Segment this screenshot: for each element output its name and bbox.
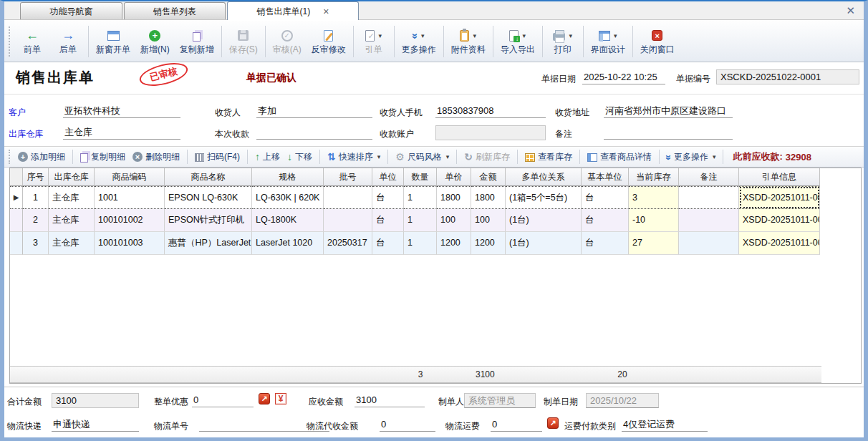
- grid-cell[interactable]: 1: [404, 186, 437, 209]
- grid-cell[interactable]: 2: [23, 209, 49, 232]
- grid-cell[interactable]: 100: [471, 209, 506, 232]
- grid-cell[interactable]: 3: [23, 232, 49, 255]
- grid-cell[interactable]: LQ-630K | 620K: [252, 186, 324, 209]
- grid-cell[interactable]: 1200: [471, 232, 506, 255]
- dropdown-arrow-icon[interactable]: ▾: [446, 153, 450, 160]
- grid-cell[interactable]: 主仓库: [49, 232, 95, 255]
- grid-cell[interactable]: 1200: [437, 232, 471, 255]
- add-detail-button[interactable]: + 添加明细: [14, 151, 69, 163]
- grid-cell[interactable]: LaserJet 1020: [252, 232, 324, 255]
- col-header[interactable]: 商品名称: [165, 168, 252, 186]
- size-style-button[interactable]: ⚙ 尺码风格 ▾: [392, 151, 453, 163]
- col-header[interactable]: 序号: [23, 168, 49, 186]
- discount-field[interactable]: 0: [192, 393, 254, 407]
- grid-cell[interactable]: 27: [629, 232, 679, 255]
- grid-cell[interactable]: (1箱=5个=5台): [506, 186, 582, 209]
- grid-cell[interactable]: 主仓库: [49, 209, 95, 232]
- freight-type-field[interactable]: 4仅登记运费: [622, 417, 708, 432]
- tab-close-icon[interactable]: ×: [323, 6, 329, 16]
- grid-cell[interactable]: -10: [629, 209, 679, 232]
- more-actions-button[interactable]: » ▾ 更多操作: [397, 25, 441, 57]
- delete-detail-button[interactable]: × 删除明细: [129, 151, 183, 163]
- view-product-detail-button[interactable]: 查看商品详情: [584, 151, 655, 163]
- grid-cell[interactable]: (1台): [506, 209, 582, 232]
- tab-nav-window[interactable]: 功能导航窗: [20, 2, 122, 19]
- current-row-marker[interactable]: ▶: [10, 186, 23, 209]
- grid-cell[interactable]: 100101002: [95, 209, 165, 232]
- grid-cell[interactable]: 台: [582, 232, 629, 255]
- tab-sales-list[interactable]: 销售单列表: [124, 2, 226, 19]
- discount-apply-icon[interactable]: ↗: [259, 393, 270, 404]
- import-export-button[interactable]: ↓ ▾ 导入导出: [496, 25, 540, 57]
- copy-new-button[interactable]: 复制新增: [175, 25, 219, 57]
- row-selector[interactable]: [10, 209, 23, 232]
- detail-more-actions-button[interactable]: » 更多操作 ▾: [663, 151, 719, 163]
- col-header[interactable]: 商品编码: [95, 168, 165, 186]
- view-stock-button[interactable]: 查看库存: [521, 151, 576, 163]
- scan-button[interactable]: 扫码(F4): [191, 151, 243, 163]
- grid-cell[interactable]: 1800: [471, 186, 506, 209]
- dropdown-arrow-icon[interactable]: ▾: [473, 32, 476, 39]
- express-field[interactable]: 申通快递: [52, 417, 139, 432]
- row-selector[interactable]: [10, 232, 23, 255]
- grid-cell[interactable]: 1: [23, 186, 49, 209]
- grid-cell[interactable]: 20250317: [324, 232, 372, 255]
- grid-cell[interactable]: [324, 209, 372, 232]
- prev-order-button[interactable]: ← 前单: [14, 25, 50, 57]
- col-header[interactable]: 出库仓库: [49, 168, 95, 186]
- freight-field[interactable]: 0: [491, 417, 542, 432]
- quick-sort-button[interactable]: ⇅ 快速排序 ▾: [324, 151, 384, 163]
- consignee-field[interactable]: 李加: [256, 104, 372, 118]
- print-button[interactable]: ▾ 打印: [545, 25, 581, 57]
- dropdown-arrow-icon[interactable]: ▾: [569, 32, 572, 39]
- doc-date-field[interactable]: 2025-10-22 10:25: [582, 70, 665, 84]
- move-up-button[interactable]: ↑ 上移: [251, 151, 284, 163]
- payment-field[interactable]: [256, 125, 372, 140]
- grid-cell[interactable]: XSDD-20251011-0001: [739, 232, 820, 255]
- grid-cell[interactable]: LQ-1800K: [252, 209, 324, 232]
- grid-cell[interactable]: 台: [372, 209, 404, 232]
- grid-cell[interactable]: [679, 209, 739, 232]
- next-order-button[interactable]: → 后单: [50, 25, 86, 57]
- grid-cell[interactable]: 主仓库: [49, 186, 95, 209]
- move-down-button[interactable]: ↓ 下移: [284, 151, 316, 163]
- grid-cell[interactable]: 台: [372, 232, 404, 255]
- col-header[interactable]: 当前库存: [629, 168, 679, 186]
- discount-money-icon[interactable]: ¥: [275, 393, 286, 404]
- grid-cell[interactable]: 台: [582, 209, 629, 232]
- col-header[interactable]: 多单位关系: [506, 168, 582, 186]
- grid-cell[interactable]: 1: [404, 209, 437, 232]
- tab-sales-outbound[interactable]: 销售出库单(1) ×: [227, 1, 359, 20]
- grid-cell[interactable]: XSDD-20251011-0001: [739, 209, 820, 232]
- ui-design-button[interactable]: ▾ 界面设计: [586, 25, 630, 57]
- grid-cell[interactable]: [324, 186, 372, 209]
- grid-cell[interactable]: 100: [437, 209, 471, 232]
- grid-cell[interactable]: 台: [582, 186, 629, 209]
- col-header[interactable]: 批号: [324, 168, 372, 186]
- new-window-order-button[interactable]: 新窗开单: [91, 25, 135, 57]
- grid-cell[interactable]: 1800: [437, 186, 471, 209]
- close-window-button[interactable]: × 关闭窗口: [635, 25, 680, 57]
- grid-cell[interactable]: 台: [372, 186, 404, 209]
- grid-cell[interactable]: EPSON LQ-630K: [165, 186, 252, 209]
- window-close-icon[interactable]: ✕: [846, 4, 855, 17]
- col-header[interactable]: 基本单位: [582, 168, 629, 186]
- grid-cell[interactable]: 1001: [95, 186, 165, 209]
- col-header[interactable]: 单价: [437, 168, 471, 186]
- dropdown-arrow-icon[interactable]: ▾: [713, 153, 716, 160]
- copy-detail-button[interactable]: 复制明细: [77, 151, 129, 163]
- dropdown-arrow-icon[interactable]: ▾: [522, 32, 526, 39]
- receivable-field[interactable]: 3100: [355, 393, 425, 407]
- dropdown-arrow-icon[interactable]: ▾: [421, 32, 425, 39]
- grid-cell[interactable]: 1: [404, 232, 437, 255]
- address-field[interactable]: 河南省郑州市中原区建设路口: [604, 104, 733, 118]
- warehouse-field[interactable]: 主仓库: [63, 125, 180, 140]
- phone-field[interactable]: 18530837908: [435, 104, 546, 118]
- dropdown-arrow-icon[interactable]: ▾: [614, 32, 617, 39]
- new-button[interactable]: + 新增(N): [135, 25, 175, 57]
- grid-cell-focused[interactable]: XSDD-20251011-0001: [739, 186, 820, 209]
- col-header[interactable]: 金额: [471, 168, 506, 186]
- grid-cell[interactable]: [679, 186, 739, 209]
- grid-cell[interactable]: EPSON针式打印机: [165, 209, 252, 232]
- grid-cell[interactable]: 3: [629, 186, 679, 209]
